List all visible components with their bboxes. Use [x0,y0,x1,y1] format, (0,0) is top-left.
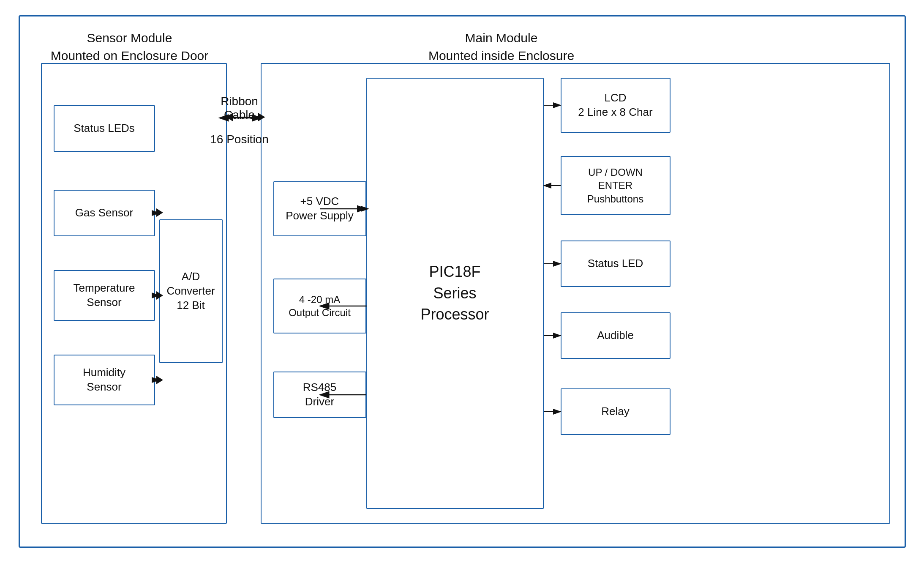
ribbon-arrowhead-left [226,113,233,121]
gas-sensor-block: Gas Sensor [54,190,155,236]
ad-converter-block: A/DConverter12 Bit [159,219,223,363]
status-leds-block: Status LEDs [54,105,155,152]
g-arrowhead [156,208,163,217]
temperature-sensor-block: TemperatureSensor [54,270,155,321]
ribbon-cable-label: Ribbon Cable [214,95,265,122]
t-arrowhead [156,291,163,300]
sensor-module-label: Sensor ModuleMounted on Enclosure Door [49,29,210,65]
diagram-container: Sensor ModuleMounted on Enclosure Door M… [19,15,906,548]
up-down-block: UP / DOWNENTERPushbuttons [561,156,671,215]
ribbon-cable-sublabel: 16 Position [208,133,271,146]
rs485-driver-block: RS485Driver [273,372,366,418]
ribbon-arrowhead-right [258,113,265,121]
humidity-sensor-block: HumiditySensor [54,355,155,405]
output-circuit-block: 4 -20 mAOutput Circuit [273,279,366,333]
h-arrowhead [156,376,163,384]
audible-block: Audible [561,312,671,359]
main-module-label: Main ModuleMounted inside Enclosure [375,29,628,65]
power-supply-block: +5 VDCPower Supply [273,181,366,236]
status-led-block: Status LED [561,241,671,287]
processor-inner-box [366,78,544,509]
lcd-block: LCD2 Line x 8 Char [561,78,671,133]
relay-block: Relay [561,388,671,435]
